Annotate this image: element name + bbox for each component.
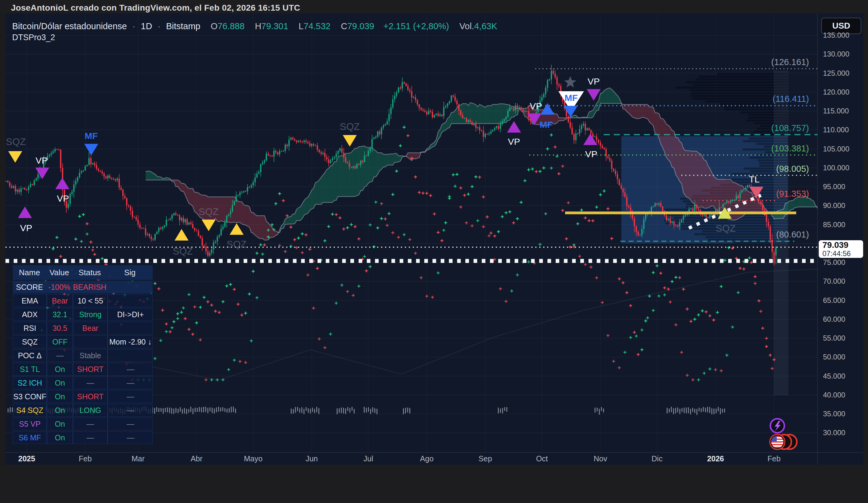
separator-dot: ·	[132, 21, 135, 31]
table-cell: On	[46, 377, 73, 389]
table-cell: SCORE	[13, 281, 46, 294]
marker-label-vp: VP	[530, 101, 542, 111]
time-tick-label: Oct	[536, 454, 548, 463]
table-cell: S6 MF	[13, 432, 46, 444]
table-cell: RSI	[13, 322, 46, 334]
price-tick-label: 65.000	[823, 296, 845, 305]
alert-lightning-icon[interactable]	[771, 419, 784, 433]
table-cell: S5 VP	[13, 418, 46, 430]
table-cell: OFF	[46, 336, 73, 348]
price-tick-label: 85.000	[823, 220, 845, 229]
price-tick-label: 30.000	[823, 429, 845, 437]
open-value: 76.888	[217, 21, 245, 31]
symbol-name[interactable]: Bitcoin/Dólar estadounidense	[12, 21, 127, 31]
price-tick-label: 55.000	[823, 334, 845, 342]
table-cell: S1 TL	[13, 363, 46, 375]
table-cell: 32.1	[46, 308, 73, 320]
table-cell: SQZ	[13, 336, 46, 348]
table-cell: BEARISH	[72, 281, 107, 294]
footer-bar: TradingView	[0, 465, 868, 503]
table-cell: 30.5	[46, 322, 73, 334]
marker-label-mf: MF	[565, 93, 578, 103]
time-tick-label: Jun	[306, 454, 318, 463]
table-cell: 10 < 55	[73, 295, 107, 307]
marker-label-vp: VP	[508, 136, 520, 146]
table-column-header: Status	[72, 265, 107, 280]
table-column-header: Name	[13, 265, 46, 280]
table-cell: Bear	[46, 295, 73, 307]
price-tick-label: 50.000	[823, 353, 845, 361]
time-tick-label: Mar	[131, 454, 144, 463]
marker-label-vp: VP	[588, 76, 600, 86]
time-tick-label: Ago	[420, 454, 433, 463]
table-column-header: Value	[46, 265, 72, 280]
time-tick-label: Sep	[478, 454, 492, 463]
table-column-header: Sig	[107, 265, 153, 280]
table-row-s5-vp: S5 VPOn——	[13, 418, 153, 430]
symbol-header: Bitcoin/Dólar estadounidense · 1D · Bits…	[12, 21, 497, 31]
tradingview-screenshot: JoseAntonioL creado con TradingView.com,…	[0, 0, 868, 503]
table-cell: —	[73, 432, 107, 444]
table-row-adx: ADX32.1StrongDI->DI+	[13, 308, 153, 321]
interval-label[interactable]: 1D	[141, 21, 152, 31]
level-label: (103.381)	[771, 144, 809, 153]
table-cell	[107, 295, 153, 307]
marker-label-sqz: SQZ	[199, 206, 219, 217]
current-price-value: 79.039	[823, 240, 863, 250]
price-tick-label: 100.000	[823, 164, 849, 172]
table-cell: ADX	[13, 308, 46, 320]
us-economic-events-icon[interactable]	[770, 434, 797, 449]
time-tick-label: 2026	[707, 454, 724, 463]
price-tick-label: 105.000	[823, 145, 849, 153]
time-tick-label: Mayo	[244, 454, 262, 463]
table-cell	[107, 349, 153, 362]
table-cell: On	[46, 404, 73, 416]
close-label: C	[341, 21, 347, 31]
high-label: H	[255, 21, 261, 31]
marker-label-sqz: SQZ	[173, 246, 193, 257]
table-cell: —	[107, 404, 153, 416]
table-cell: S3 CONF	[13, 390, 46, 403]
time-tick-label: Jul	[363, 454, 373, 463]
table-cell: SHORT	[73, 363, 107, 375]
table-cell: -100%	[46, 281, 72, 294]
table-row-poc-: POC Δ—Stable	[13, 349, 153, 362]
marker-label-vp: VP	[57, 193, 69, 204]
marker-label-vp: VP	[35, 155, 48, 165]
table-cell: S4 SQZ	[13, 404, 46, 416]
price-tick-label: 75.000	[823, 258, 845, 267]
level-label: (116.411)	[773, 94, 809, 104]
table-cell: —	[46, 349, 73, 362]
time-tick-label: Feb	[79, 454, 92, 463]
price-tick-label: 35.000	[823, 410, 845, 418]
table-cell: On	[46, 390, 73, 403]
marker-label-tl: TL	[749, 174, 760, 184]
marker-label-vp: VP	[585, 149, 597, 159]
separator-dot: ·	[157, 21, 161, 31]
low-label: L	[299, 21, 303, 31]
time-tick-label: Nov	[594, 454, 607, 463]
price-tick-label: 110.000	[823, 126, 849, 134]
table-cell: SHORT	[73, 390, 107, 403]
indicator-name[interactable]: DTSPro3_2	[12, 33, 55, 42]
table-cell: On	[46, 418, 73, 430]
current-price-label[interactable]: 79.039 07:44:56	[819, 240, 863, 258]
table-row-s6-mf: S6 MFOn——	[13, 431, 153, 444]
table-cell: DI->DI+	[107, 308, 153, 320]
level-label: (91.353)	[776, 189, 809, 198]
table-cell	[73, 336, 107, 348]
table-cell: —	[107, 418, 153, 430]
price-tick-label: 130.000	[823, 50, 849, 58]
price-tick-label: 125.000	[823, 69, 849, 78]
table-row-score: SCORE-100%BEARISH	[13, 281, 153, 294]
marker-label-mf: MF	[539, 120, 552, 130]
close-value: 79.039	[347, 21, 374, 31]
time-tick-label: Feb	[768, 454, 781, 463]
marker-label-sqz: SQZ	[227, 239, 247, 250]
price-tick-label: 135.000	[823, 31, 849, 40]
table-cell	[107, 281, 153, 294]
high-value: 79.301	[261, 21, 288, 31]
table-cell: LONG	[73, 404, 107, 416]
time-tick-label: Abr	[191, 454, 203, 463]
time-tick-label: Dic	[651, 454, 662, 463]
